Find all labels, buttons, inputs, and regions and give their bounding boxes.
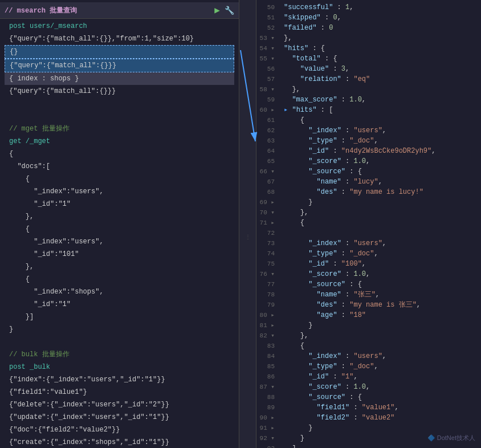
ln-90: 90 ▸: [256, 413, 279, 423]
ln-81: 81 ▸: [256, 320, 279, 331]
r-line-82: },: [284, 331, 476, 341]
ln-61: 61: [256, 115, 279, 125]
mget-doc3-id: "_id":"1": [5, 298, 234, 311]
r-line-59: "max_score" : 1.0,: [284, 95, 476, 105]
ln-82: 82 ▾: [256, 331, 279, 341]
mget-doc2-index: "_index":"users",: [5, 235, 234, 248]
spacer-3: [5, 336, 234, 348]
ln-73: 73: [256, 238, 279, 249]
ln-79: 79: [256, 300, 279, 310]
ln-68: 68: [256, 187, 279, 197]
ln-71: 71 ▸: [256, 218, 279, 228]
ln-56: 56: [256, 64, 279, 74]
r-line-62: "_index" : "users",: [284, 125, 476, 136]
r-line-57: "relation" : "eq": [284, 74, 476, 84]
bulk-line1: {"index":{"_index":"users","_id":"1"}}: [5, 373, 234, 386]
ln-64: 64: [256, 146, 279, 156]
ln-91: 91 ▸: [256, 423, 279, 433]
ln-77: 77: [256, 279, 279, 290]
mget-endpoint: get /_mget: [5, 135, 234, 148]
r-line-75: "_id" : "100",: [284, 259, 476, 269]
query-line-selected-2[interactable]: {"query":{"match_all":{}}}: [5, 59, 234, 72]
ln-88: 88: [256, 392, 279, 402]
bulk-line6: {"create":{"_index":"shops","_id":"1"}}: [5, 436, 234, 448]
mget-comment: // mget 批量操作: [5, 123, 234, 135]
mget-doc1-close: },: [5, 210, 234, 223]
bulk-endpoint: post _bulk: [5, 361, 234, 373]
right-code-content: "successful" : 1, "skipped" : 0, "failed…: [279, 0, 481, 448]
r-line-88: "_source" : {: [284, 392, 476, 402]
ln-74: 74: [256, 249, 279, 259]
wrench-button[interactable]: 🔧: [225, 6, 234, 15]
mget-doc3-open: {: [5, 273, 234, 286]
line-numbers: 50 51 52 53 ▾ 54 ▾ 55 ▾ 56 57 58 ▾ 59 60…: [256, 0, 279, 448]
ln-67: 67: [256, 177, 279, 187]
ln-93: 93: [256, 443, 279, 448]
ln-66: 66 ▾: [256, 166, 279, 177]
left-panel[interactable]: // msearch 批量查询 ▶ 🔧 post users/_msearch …: [0, 0, 239, 448]
watermark: 🔷 DotNet技术人: [427, 434, 475, 442]
r-line-66: "_source" : {: [284, 166, 476, 177]
query-line-selected-1[interactable]: {}: [5, 45, 234, 59]
ln-89: 89: [256, 402, 279, 413]
r-line-81: }: [284, 320, 476, 331]
r-line-74: "_type" : "_doc",: [284, 249, 476, 259]
r-line-53: },: [284, 33, 476, 43]
mget-doc3-close: }]: [5, 311, 234, 323]
ln-52: 52: [256, 23, 279, 33]
right-panel[interactable]: 50 51 52 53 ▾ 54 ▾ 55 ▾ 56 57 58 ▾ 59 60…: [256, 0, 481, 448]
ln-59: 59: [256, 95, 279, 105]
r-line-79: "des" : "my name is 张三",: [284, 300, 476, 310]
r-line-61: {: [284, 115, 476, 125]
r-line-83: {: [284, 341, 476, 351]
r-line-70: },: [284, 207, 476, 218]
r-line-84: "_index" : "users",: [284, 351, 476, 361]
top-bar: // msearch 批量查询 ▶ 🔧: [0, 2, 239, 19]
r-line-68: "des" : "my name is lucy!": [284, 187, 476, 197]
r-line-87: "_score" : 1.0,: [284, 382, 476, 392]
r-line-73: "_index" : "users",: [284, 238, 476, 249]
svg-line-1: [240, 50, 255, 141]
r-line-77: "_source" : {: [284, 279, 476, 290]
r-line-58: },: [284, 84, 476, 95]
r-line-71: {: [284, 218, 476, 228]
run-button[interactable]: ▶: [214, 5, 220, 16]
r-line-50: "successful" : 1,: [284, 2, 476, 13]
r-line-91: }: [284, 423, 476, 433]
mget-doc2-close: },: [5, 260, 234, 273]
mget-close: }: [5, 323, 234, 336]
mget-doc3-index: "_index":"shops",: [5, 286, 234, 298]
mget-doc1-index: "_index":"users",: [5, 185, 234, 198]
query-line-2: {"query":{"match_all":{}}}: [5, 85, 234, 97]
ln-65: 65: [256, 156, 279, 166]
ln-63: 63: [256, 136, 279, 146]
ln-87: 87 ▾: [256, 382, 279, 392]
ln-55: 55 ▾: [256, 54, 279, 64]
mget-open: {: [5, 148, 234, 160]
r-line-80: "age" : "18": [284, 310, 476, 320]
ln-84: 84: [256, 351, 279, 361]
r-line-65: "_score" : 1.0,: [284, 156, 476, 166]
ln-60: 60 ▸: [256, 105, 279, 115]
r-line-69: }: [284, 197, 476, 207]
ln-85: 85: [256, 361, 279, 372]
ln-78: 78: [256, 290, 279, 300]
bulk-line4: {"update":{"_index":"users","_id":"1"}}: [5, 411, 234, 423]
gutter-area: ⋮: [239, 0, 256, 448]
ln-83: 83: [256, 341, 279, 351]
bulk-line2: {"field1":"value1"}: [5, 386, 234, 398]
ln-92: 92 ▾: [256, 433, 279, 443]
r-line-55: "total" : {: [284, 54, 476, 64]
r-line-52: "failed" : 0: [284, 23, 476, 33]
ln-76: 76 ▾: [256, 269, 279, 279]
mget-doc1-id: "_id":"1": [5, 198, 234, 210]
bulk-line5: {"doc":{"field2":"value2"}}: [5, 423, 234, 436]
r-line-93: ]: [284, 443, 476, 448]
r-line-63: "_type" : "_doc",: [284, 136, 476, 146]
ln-70: 70 ▾: [256, 207, 279, 218]
main-content: // msearch 批量查询 ▶ 🔧 post users/_msearch …: [0, 0, 481, 448]
query-line-shops: { index : shops }: [5, 72, 234, 85]
ln-72: 72: [256, 228, 279, 238]
r-line-67: "name" : "lucy",: [284, 177, 476, 187]
ln-50: 50: [256, 2, 279, 13]
